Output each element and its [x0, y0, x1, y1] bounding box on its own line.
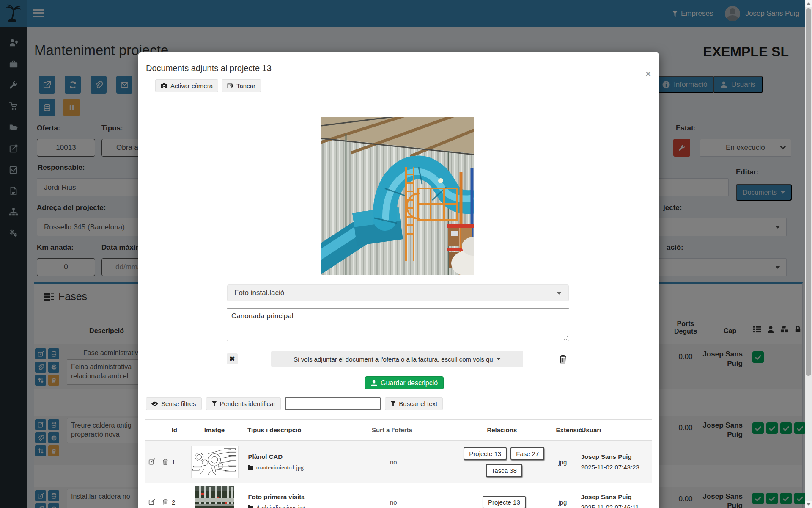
- header-tipus: Tipus i descripció: [242, 426, 336, 433]
- photo-thumbnail[interactable]: [195, 486, 234, 508]
- arrow-up-icon: [807, 2, 811, 5]
- document-photo[interactable]: [321, 117, 474, 275]
- activate-camera-button[interactable]: Activar càmera: [155, 79, 218, 92]
- sense-filtres-button[interactable]: Sense filtres: [146, 397, 202, 410]
- relation-projecte-button[interactable]: Projecte 13: [464, 447, 507, 460]
- scrollbar-thumb[interactable]: [806, 8, 811, 376]
- filter-icon: [390, 401, 396, 407]
- doc-id: 1: [172, 458, 187, 466]
- header-extensio: Extensió: [556, 426, 582, 433]
- doc-extension: jpg: [558, 499, 581, 506]
- header-oferta: Surt a l'oferta: [336, 426, 448, 433]
- arrow-down-icon: [807, 503, 811, 506]
- document-type-select[interactable]: Foto instal.lació: [227, 284, 569, 301]
- activate-camera-label: Activar càmera: [170, 82, 213, 89]
- header-relacions: Relacions: [448, 426, 556, 433]
- doc-oferta: no: [337, 458, 450, 466]
- description-textarea[interactable]: Canonada principal: [227, 308, 569, 341]
- doc-oferta: no: [337, 499, 450, 506]
- buscar-text-label: Buscar el text: [399, 400, 437, 407]
- scroll-down-button[interactable]: [805, 501, 812, 508]
- trash-icon[interactable]: [162, 499, 169, 505]
- document-filters: Sense filtres Pendents identificar Busca…: [146, 397, 443, 410]
- doc-id: 2: [172, 499, 187, 506]
- attach-controls: ✖ Si vols adjuntar el document a l'ofert…: [227, 351, 569, 367]
- documents-table-header: Id Imatge Tipus i descripció Surt a l'of…: [145, 420, 652, 441]
- doc-filename: Amb indicacions.jpg: [248, 505, 337, 508]
- buscar-text-button[interactable]: Buscar el text: [385, 397, 443, 410]
- caret-down-icon: [557, 292, 562, 295]
- relation-projecte-button[interactable]: Projecte 13: [483, 496, 526, 508]
- edit-icon[interactable]: [148, 499, 155, 505]
- delete-document-button[interactable]: [557, 353, 569, 365]
- documents-table: Id Imatge Tipus i descripció Surt a l'of…: [145, 419, 652, 508]
- doc-user: Josep Sans Puig: [581, 453, 652, 460]
- exit-icon: [227, 83, 233, 89]
- document-row: 2 Foto primera visita: [145, 483, 652, 508]
- save-description-label: Guardar descripció: [381, 379, 438, 387]
- folder-icon: [248, 465, 253, 470]
- relation-fase-button[interactable]: Fase 27: [510, 447, 544, 460]
- clear-button[interactable]: ✖: [227, 353, 238, 364]
- download-icon: [371, 380, 377, 386]
- pendents-identificar-button[interactable]: Pendents identificar: [206, 397, 281, 410]
- eye-icon: [151, 401, 158, 406]
- doc-date: 2025-11-02 07:46:11: [581, 504, 652, 508]
- tancar-label: Tancar: [236, 82, 255, 89]
- modal-divider: [138, 100, 659, 100]
- attach-destination-select[interactable]: Si vols adjuntar el document a l'oferta …: [271, 351, 523, 367]
- documents-modal: Documents adjunts al projecte 13 × Activ…: [138, 52, 659, 508]
- attach-destination-value: Si vols adjuntar el document a l'oferta …: [294, 356, 493, 363]
- pendents-identificar-label: Pendents identificar: [220, 400, 276, 407]
- doc-extension: jpg: [558, 458, 581, 466]
- header-id: Id: [172, 426, 187, 433]
- modal-toolbar: Activar càmera Tancar: [155, 79, 261, 92]
- page-scrollbar[interactable]: [805, 0, 812, 508]
- doc-type-name: Plànol CAD: [248, 453, 337, 460]
- scroll-up-button[interactable]: [805, 0, 812, 7]
- edit-icon[interactable]: [148, 458, 155, 465]
- trash-icon: [559, 354, 567, 364]
- document-row: 1 Plànol CAD mantenimiento1.jpg: [145, 441, 652, 483]
- header-imatge: Imatge: [187, 426, 242, 433]
- trash-icon[interactable]: [162, 458, 169, 465]
- search-input[interactable]: [285, 397, 381, 410]
- close-icon[interactable]: ×: [645, 69, 651, 79]
- doc-type-name: Foto primera visita: [248, 493, 337, 500]
- cad-thumbnail[interactable]: [191, 446, 239, 478]
- doc-user: Josep Sans Puig: [581, 493, 652, 500]
- folder-icon: [248, 505, 253, 508]
- doc-filename: mantenimiento1.jpg: [248, 464, 337, 471]
- header-usuari: Usuari: [582, 426, 652, 433]
- tancar-button[interactable]: Tancar: [222, 79, 261, 92]
- filter-icon: [211, 401, 217, 407]
- caret-down-icon: [497, 358, 501, 360]
- modal-title: Documents adjunts al projecte 13: [146, 64, 272, 73]
- doc-date: 2025-11-02 07:43:23: [581, 464, 652, 471]
- save-description-button[interactable]: Guardar descripció: [365, 376, 444, 389]
- relation-tasca-button[interactable]: Tasca 38: [486, 464, 522, 477]
- sense-filtres-label: Sense filtres: [161, 400, 196, 407]
- camera-icon: [161, 83, 167, 89]
- document-type-value: Foto instal.lació: [234, 289, 284, 297]
